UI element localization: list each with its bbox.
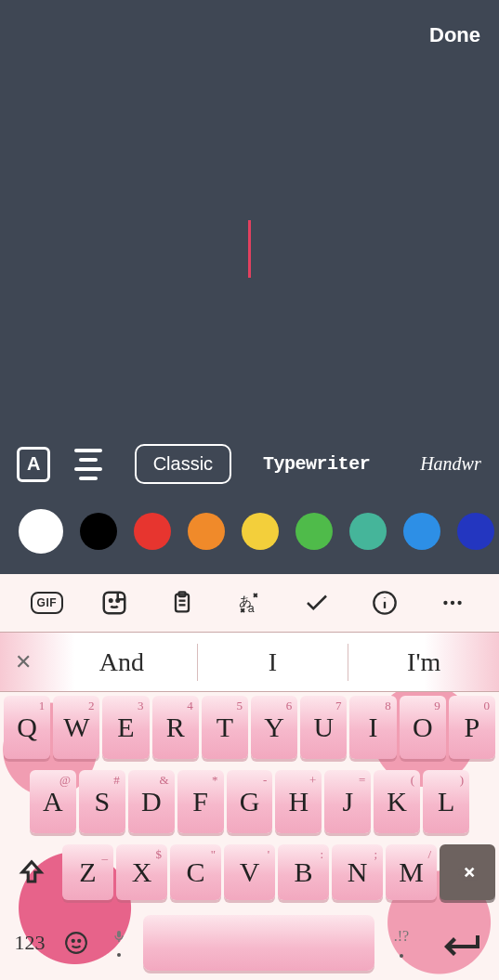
shift-key[interactable] [4,844,59,900]
key-v[interactable]: 'V [224,844,275,900]
key-n[interactable]: ;N [332,844,383,900]
svg-rect-18 [117,931,121,937]
more-button[interactable] [434,584,471,621]
keyboard: GIF あa ✕ And I I'm 1Q2W3E4R5T6Y7U8I9O0P … [0,574,499,980]
svg-point-13 [450,601,453,605]
text-cursor [248,220,251,278]
gif-button[interactable]: GIF [28,584,65,621]
color-swatch[interactable] [349,513,387,550]
font-toolbar: A ClassicTypewriterHandwr [0,444,499,484]
key-i[interactable]: 8I [349,696,396,759]
color-swatch[interactable] [134,513,171,550]
key-r[interactable]: 4R [152,696,199,759]
svg-point-15 [66,933,86,953]
translate-button[interactable]: あa [230,584,268,621]
font-option-handwriting[interactable]: Handwr [401,444,482,484]
key-k[interactable]: (K [374,770,420,833]
emoji-key[interactable] [58,915,95,971]
key-g[interactable]: -G [227,770,273,833]
color-swatch[interactable] [19,509,63,554]
key-c[interactable]: "C [170,844,221,900]
key-f[interactable]: *F [177,770,224,833]
key-s[interactable]: #S [79,770,125,833]
punctuation-key[interactable]: .!? [378,915,425,971]
keyboard-toolbar: GIF あa [0,574,499,632]
numeric-key[interactable]: 123 [6,915,54,971]
enter-key[interactable] [428,915,493,971]
suggestion-2[interactable]: I [198,647,348,677]
key-d[interactable]: &D [128,770,175,833]
bottom-row: 123 .!? [2,911,497,978]
color-swatch[interactable] [80,513,117,550]
color-swatch[interactable] [295,513,333,550]
info-button[interactable] [366,584,403,621]
svg-text:a: a [248,602,255,615]
suggestion-1[interactable]: And [46,647,197,677]
text-editor-area[interactable]: Done A ClassicTypewriterHandwr [0,0,499,574]
key-row-1: 1Q2W3E4R5T6Y7U8I9O0P [2,696,497,759]
spacebar[interactable] [143,915,374,971]
close-suggestions-button[interactable]: ✕ [0,633,46,691]
suggestion-3[interactable]: I'm [348,647,499,677]
key-t[interactable]: 5T [202,696,248,759]
svg-point-17 [78,940,80,942]
svg-point-2 [117,599,120,602]
clipboard-button[interactable] [164,584,201,621]
key-y[interactable]: 6Y [251,696,297,759]
svg-rect-0 [104,593,125,614]
key-row-3: _Z$X"C'V:B;N/M [2,844,497,900]
key-z[interactable]: _Z [62,844,113,900]
key-q[interactable]: 1Q [4,696,50,759]
font-option-classic[interactable]: Classic [135,444,231,484]
color-swatch[interactable] [242,513,279,550]
key-o[interactable]: 9O [400,696,446,759]
svg-point-12 [443,601,447,605]
svg-point-14 [457,601,461,605]
key-h[interactable]: +H [275,770,322,833]
key-w[interactable]: 2W [53,696,99,759]
key-b[interactable]: :B [278,844,329,900]
color-swatch[interactable] [457,513,494,550]
suggestion-bar: ✕ And I I'm [0,632,499,692]
color-picker[interactable] [0,513,499,554]
autoformat-button[interactable] [298,584,335,621]
key-u[interactable]: 7U [300,696,347,759]
done-button[interactable]: Done [429,23,480,47]
font-picker[interactable]: ClassicTypewriterHandwr [135,444,482,484]
key-e[interactable]: 3E [102,696,149,759]
text-style-toggle[interactable]: A [17,447,50,482]
mic-key[interactable] [98,915,139,971]
sticker-button[interactable] [96,584,133,621]
svg-point-1 [110,599,112,602]
backspace-key[interactable] [440,844,495,900]
key-l[interactable]: )L [423,770,469,833]
key-p[interactable]: 0P [449,696,495,759]
key-a[interactable]: @A [30,770,76,833]
text-align-button[interactable] [71,447,104,482]
key-row-2: @A#S&D*F-G+H=J(K)L [2,770,497,833]
color-swatch[interactable] [188,513,225,550]
key-m[interactable]: /M [386,844,437,900]
font-option-typewriter[interactable]: Typewriter [244,444,388,484]
keys-area: 1Q2W3E4R5T6Y7U8I9O0P @A#S&D*F-G+H=J(K)L … [0,692,499,980]
svg-point-16 [72,940,74,942]
key-x[interactable]: $X [116,844,167,900]
color-swatch[interactable] [403,513,440,550]
key-j[interactable]: =J [324,770,371,833]
